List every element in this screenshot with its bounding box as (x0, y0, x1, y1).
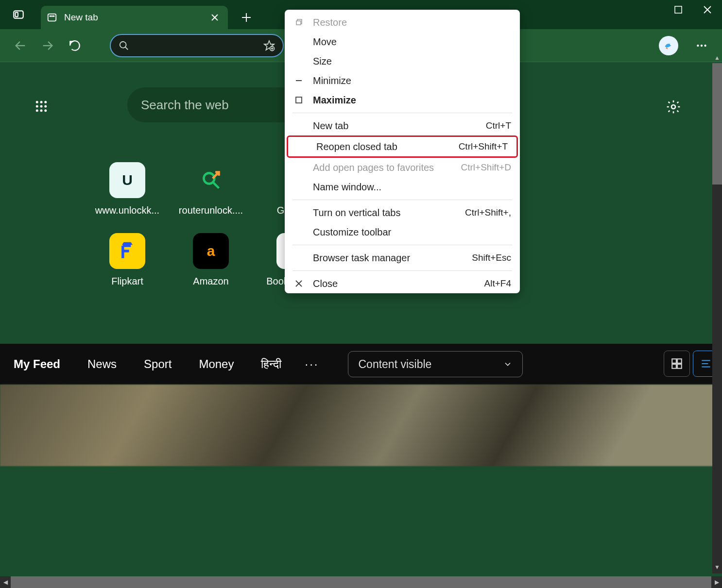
context-menu-label: Add open pages to favorites (313, 162, 452, 173)
svg-point-25 (704, 44, 706, 46)
settings-menu-button[interactable] (690, 34, 713, 57)
context-menu-item[interactable]: Reopen closed tabCtrl+Shift+T (288, 137, 516, 156)
svg-point-26 (36, 101, 38, 103)
content-visibility-label: Content visible (358, 358, 431, 371)
scroll-right-button[interactable]: ▶ (711, 579, 722, 586)
context-menu-item[interactable]: Size (285, 51, 520, 71)
horizontal-scroll-thumb[interactable] (11, 576, 711, 588)
site-tile-label: Flipkart (111, 276, 143, 287)
context-menu-label: Name window... (313, 182, 502, 193)
feed-more-button[interactable]: ··· (295, 357, 328, 371)
context-menu-item[interactable]: Move (285, 32, 520, 51)
app-launcher-button[interactable] (34, 99, 49, 116)
context-menu-item[interactable]: Customize toolbar (285, 222, 520, 242)
svg-point-31 (44, 105, 47, 108)
context-menu-separator (292, 245, 512, 245)
add-favorite-icon[interactable] (263, 40, 275, 51)
svg-rect-45 (677, 359, 682, 363)
svg-rect-51 (296, 21, 301, 25)
svg-point-34 (44, 109, 47, 112)
svg-point-27 (40, 101, 43, 103)
layout-grid-button[interactable] (664, 351, 690, 377)
site-tile-icon: a (193, 233, 229, 269)
refresh-icon (69, 39, 81, 52)
arrow-right-icon (41, 39, 54, 52)
feed-tab-sport[interactable]: Sport (130, 357, 185, 371)
context-menu-item: Add open pages to favoritesCtrl+Shift+D (285, 158, 520, 177)
svg-rect-47 (677, 364, 682, 369)
context-menu-item[interactable]: Maximize (285, 90, 520, 110)
close-icon (211, 14, 219, 21)
chevron-down-icon (503, 359, 513, 369)
back-button[interactable] (9, 34, 32, 57)
site-tile-icon: U (109, 162, 145, 198)
svg-rect-46 (672, 364, 676, 369)
site-tile[interactable]: Flipkart (86, 233, 169, 304)
address-bar[interactable] (110, 34, 284, 57)
svg-point-29 (36, 105, 38, 108)
workspaces-button[interactable] (8, 5, 29, 24)
feed-tab-news[interactable]: News (74, 357, 130, 371)
scroll-up-button[interactable]: ▲ (712, 54, 722, 63)
window-controls (664, 0, 722, 19)
vertical-scrollbar[interactable] (712, 63, 722, 573)
plus-icon (241, 12, 252, 23)
context-menu-label: Customize toolbar (313, 227, 502, 238)
profile-button[interactable] (659, 36, 678, 55)
minimize-icon (293, 77, 304, 84)
context-menu-item[interactable]: CloseAlt+F4 (285, 274, 520, 293)
context-menu-shortcut: Shift+Esc (472, 252, 511, 263)
site-tile-label: Amazon (193, 276, 228, 287)
window-maximize-button[interactable] (664, 0, 693, 19)
svg-point-15 (120, 41, 126, 48)
context-menu-item[interactable]: Name window... (285, 177, 520, 197)
page-settings-button[interactable] (666, 99, 681, 117)
context-menu-item[interactable]: Turn on vertical tabsCtrl+Shift+, (285, 203, 520, 222)
forward-button[interactable] (36, 34, 59, 57)
context-menu-label: Maximize (313, 95, 502, 106)
feed-tab-hindi[interactable]: हिन्दी (247, 357, 295, 371)
content-visibility-dropdown[interactable]: Content visible (348, 351, 523, 377)
address-input[interactable] (129, 35, 263, 56)
vertical-scroll-thumb[interactable] (712, 63, 722, 185)
svg-point-22 (670, 44, 671, 45)
svg-point-24 (701, 44, 703, 46)
svg-point-5 (53, 16, 54, 17)
feed-tab-money[interactable]: Money (185, 357, 247, 371)
horizontal-scrollbar[interactable]: ◀ ▶ (0, 576, 722, 588)
context-menu-item[interactable]: Minimize (285, 71, 520, 90)
refresh-button[interactable] (63, 34, 86, 57)
context-menu-item[interactable]: Browser task managerShift+Esc (285, 248, 520, 268)
svg-point-35 (671, 105, 675, 109)
feed-tab-myfeed[interactable]: My Feed (0, 357, 74, 371)
svg-line-16 (125, 47, 128, 50)
tab-icon (47, 12, 57, 23)
svg-rect-53 (296, 97, 302, 103)
close-icon (293, 280, 304, 287)
window-close-button[interactable] (693, 0, 722, 19)
context-menu-shortcut: Ctrl+Shift+, (465, 207, 511, 218)
context-menu-label: Turn on vertical tabs (313, 207, 456, 218)
tab-close-button[interactable] (207, 10, 222, 25)
context-menu-label: Close (313, 278, 476, 289)
scroll-left-button[interactable]: ◀ (0, 579, 11, 586)
site-tile-icon (109, 233, 145, 269)
tab-active[interactable]: New tab (41, 6, 228, 29)
scroll-down-button[interactable]: ▼ (712, 564, 722, 572)
context-menu-label: Restore (313, 17, 502, 28)
site-tile[interactable]: routerunlock.... (169, 162, 253, 233)
search-icon (119, 40, 129, 51)
context-menu-shortcut: Ctrl+T (486, 120, 511, 131)
context-menu-item[interactable]: New tabCtrl+T (285, 116, 520, 135)
context-menu-separator (292, 270, 512, 271)
maximize-icon (674, 6, 682, 14)
context-menu-shortcut: Alt+F4 (484, 278, 511, 289)
svg-rect-44 (672, 359, 676, 363)
site-tile[interactable]: Uwww.unlockk... (86, 162, 169, 233)
apps-icon (34, 99, 49, 114)
context-menu-highlighted: Reopen closed tabCtrl+Shift+T (287, 135, 518, 158)
context-menu-label: Reopen closed tab (316, 141, 450, 152)
new-tab-button[interactable] (236, 7, 257, 28)
site-tile[interactable]: aAmazon (169, 233, 253, 304)
svg-point-28 (44, 101, 47, 103)
